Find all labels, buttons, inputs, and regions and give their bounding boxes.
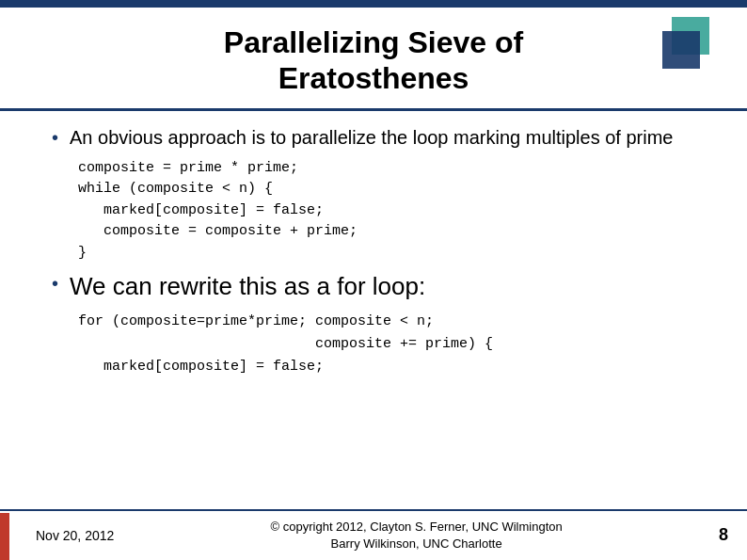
slide-content: • An obvious approach is to parallelize …: [0, 120, 747, 509]
footer-page-number: 8: [719, 525, 728, 545]
slide-title: Parallelizing Sieve of Eratosthenes: [56, 24, 691, 97]
decorative-squares: [662, 17, 719, 73]
navy-square: [662, 31, 700, 69]
footer-date: Nov 20, 2012: [36, 528, 114, 543]
footer-accent-bar: [0, 513, 9, 560]
code-line-5: }: [78, 243, 695, 264]
code-block-for: for (composite=prime*prime; composite < …: [78, 311, 695, 378]
title-line2: Eratosthenes: [278, 61, 469, 95]
bullet-item-1: • An obvious approach is to parallelize …: [52, 125, 695, 151]
bullet-dot-1: •: [52, 127, 58, 149]
bullet-dot-2: •: [52, 273, 58, 295]
bullet-item-2: • We can rewrite this as a for loop:: [52, 271, 695, 303]
code-line-4: composite = composite + prime;: [78, 221, 695, 243]
title-line1: Parallelizing Sieve of: [224, 25, 523, 59]
slide-footer: Nov 20, 2012 © copyright 2012, Clayton S…: [0, 509, 747, 560]
code-line-3: marked[composite] = false;: [78, 200, 695, 222]
for-line-3: marked[composite] = false;: [78, 356, 695, 378]
bullet-text-2: We can rewrite this as a for loop:: [70, 271, 425, 303]
footer-copyright: © copyright 2012, Clayton S. Ferner, UNC…: [114, 519, 719, 552]
for-line-1: for (composite=prime*prime; composite < …: [78, 311, 695, 333]
code-line-1: composite = prime * prime;: [78, 158, 695, 180]
slide: Parallelizing Sieve of Eratosthenes • An…: [0, 0, 747, 560]
bullet-text-1: An obvious approach is to parallelize th…: [70, 125, 673, 151]
title-separator: [0, 108, 747, 111]
top-accent-bar: [0, 0, 747, 8]
code-block-while: composite = prime * prime; while (compos…: [78, 158, 695, 264]
slide-header: Parallelizing Sieve of Eratosthenes: [0, 8, 747, 108]
code-line-2: while (composite < n) {: [78, 179, 695, 200]
for-line-2: composite += prime) {: [78, 333, 695, 356]
